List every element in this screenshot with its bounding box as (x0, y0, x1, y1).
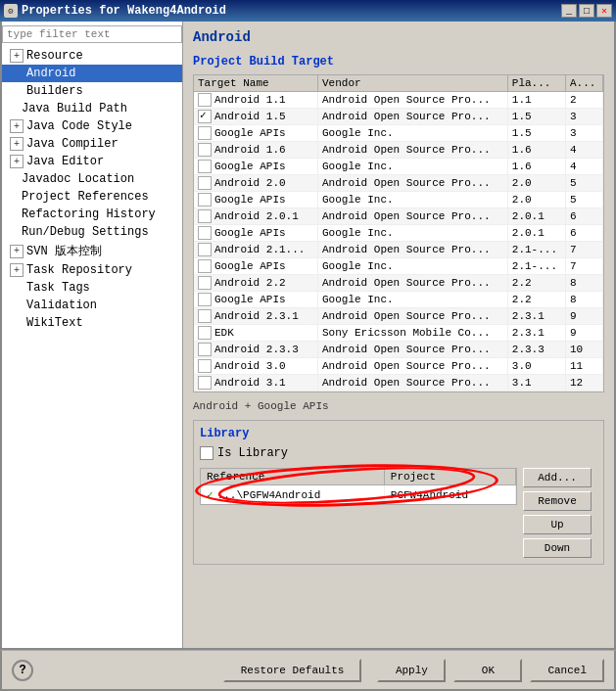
cell-vendor: Google Inc. (318, 225, 508, 242)
cell-vendor: Android Open Source Pro... (318, 275, 508, 292)
maximize-button[interactable]: □ (579, 4, 594, 18)
expand-icon[interactable]: + (10, 245, 24, 258)
table-row[interactable]: Android 1.1 Android Open Source Pro... 1… (194, 92, 603, 109)
sidebar-item-task-tags[interactable]: Task Tags (2, 279, 182, 297)
cell-api: 7 (566, 258, 603, 275)
expand-icon[interactable]: + (10, 137, 24, 151)
table-row[interactable]: ✓ Android 1.5 Android Open Source Pro...… (194, 109, 603, 125)
cell-platform: 3.1 (507, 375, 565, 392)
bottom-bar: ? Restore Defaults Apply OK Cancel (0, 650, 616, 691)
sidebar-item-builders[interactable]: Builders (2, 82, 182, 100)
cell-vendor: Sony Ericsson Mobile Co... (318, 325, 508, 342)
col-platform: Pla... (507, 75, 565, 92)
sidebar-item-svn[interactable]: + SVN 版本控制 (2, 241, 182, 261)
sidebar-item-label: Resource (26, 49, 83, 63)
panel-title: Android (193, 29, 604, 45)
cell-target-name: Google APIs (194, 125, 318, 142)
table-row[interactable]: Android 3.0 Android Open Source Pro... 3… (194, 358, 603, 375)
restore-defaults-button[interactable]: Restore Defaults (223, 659, 362, 682)
expand-icon[interactable]: + (10, 119, 24, 133)
cell-vendor: Android Open Source Pro... (318, 242, 508, 258)
sidebar-item-java-compiler[interactable]: + Java Compiler (2, 135, 182, 153)
cell-target-name: Android 1.1 (194, 92, 318, 109)
table-row[interactable]: EDK Sony Ericsson Mobile Co... 2.3.1 9 (194, 325, 603, 342)
cell-api: 10 (566, 342, 603, 358)
build-target-section-title: Project Build Target (193, 55, 604, 69)
col-reference: Reference (201, 469, 384, 485)
close-button[interactable]: ✕ (596, 4, 612, 18)
table-row[interactable]: Google APIs Google Inc. 2.0 5 (194, 192, 603, 208)
sidebar-item-refactoring-history[interactable]: Refactoring History (2, 206, 182, 223)
cell-project: PGFW4Android (384, 485, 515, 505)
cancel-button[interactable]: Cancel (530, 659, 604, 682)
table-row[interactable]: Android 2.0.1 Android Open Source Pro...… (194, 208, 603, 225)
cell-vendor: Android Open Source Pro... (318, 375, 508, 392)
table-row[interactable]: Google APIs Google Inc. 2.2 8 (194, 292, 603, 308)
sidebar-item-wikitext[interactable]: WikiText (2, 314, 182, 332)
up-button[interactable]: Up (523, 515, 592, 534)
cell-api: 4 (566, 142, 603, 159)
table-row[interactable]: Android 3.1 Android Open Source Pro... 3… (194, 375, 603, 392)
table-row[interactable]: Android 2.3.3 Android Open Source Pro...… (194, 342, 603, 358)
table-row[interactable]: Google APIs Google Inc. 2.0.1 6 (194, 225, 603, 242)
cell-platform: 2.3.3 (507, 342, 565, 358)
sidebar-item-label: Refactoring History (22, 207, 156, 221)
table-row[interactable]: Android 2.0 Android Open Source Pro... 2… (194, 175, 603, 192)
cell-platform: 3.0 (507, 358, 565, 375)
cell-api: 5 (566, 192, 603, 208)
sidebar-item-java-editor[interactable]: + Java Editor (2, 153, 182, 170)
is-library-row: Is Library (200, 446, 597, 460)
cell-vendor: Android Open Source Pro... (318, 109, 508, 125)
sidebar-item-project-references[interactable]: Project References (2, 188, 182, 206)
sidebar-item-task-repository[interactable]: + Task Repository (2, 261, 182, 279)
table-row[interactable]: Android 2.2 Android Open Source Pro... 2… (194, 275, 603, 292)
table-row[interactable]: Android 2.3.1 Android Open Source Pro...… (194, 308, 603, 325)
ref-table-row[interactable]: ✓...\PGFW4Android PGFW4Android (201, 485, 516, 505)
cell-platform: 2.2 (507, 275, 565, 292)
ok-button[interactable]: OK (453, 659, 522, 682)
table-row[interactable]: Android 1.6 Android Open Source Pro... 1… (194, 142, 603, 159)
side-buttons: Add... Remove Up Down (517, 468, 597, 558)
title-bar-buttons: _ □ ✕ (561, 4, 612, 18)
cell-target-name: Google APIs (194, 225, 318, 242)
cell-vendor: Google Inc. (318, 159, 508, 175)
sidebar-item-label: Project References (22, 190, 149, 204)
expand-icon[interactable]: + (10, 263, 24, 277)
sidebar-item-resource[interactable]: + Resource (2, 47, 182, 65)
remove-button[interactable]: Remove (523, 491, 592, 511)
cell-vendor: Google Inc. (318, 292, 508, 308)
add-button[interactable]: Add... (523, 468, 592, 487)
sidebar-item-run-debug[interactable]: Run/Debug Settings (2, 223, 182, 241)
cell-vendor: Google Inc. (318, 258, 508, 275)
help-button[interactable]: ? (12, 660, 33, 681)
expand-icon[interactable]: + (10, 49, 24, 63)
sidebar-item-label: Java Code Style (26, 119, 132, 133)
sidebar-item-label: Javadoc Location (22, 172, 134, 186)
sidebar-item-java-code-style[interactable]: + Java Code Style (2, 117, 182, 135)
cell-platform: 2.1-... (507, 258, 565, 275)
is-library-checkbox[interactable] (200, 446, 213, 460)
filter-input[interactable] (2, 25, 182, 43)
apply-button[interactable]: Apply (377, 659, 446, 682)
sidebar-item-validation[interactable]: Validation (2, 297, 182, 314)
cell-api: 7 (566, 242, 603, 258)
cell-platform: 2.3.1 (507, 308, 565, 325)
library-section: Library Is Library Reference Proj (193, 420, 604, 565)
sidebar-item-label: Validation (26, 299, 97, 312)
cell-target-name: EDK (194, 325, 318, 342)
sidebar-item-java-build-path[interactable]: Java Build Path (2, 100, 182, 117)
sidebar-item-label: Task Tags (26, 281, 90, 295)
table-row[interactable]: Android 2.1... Android Open Source Pro..… (194, 242, 603, 258)
ref-table: Reference Project ✓...\PGFW4Android PGFW… (201, 469, 516, 504)
down-button[interactable]: Down (523, 538, 592, 558)
minimize-button[interactable]: _ (561, 4, 577, 18)
table-row[interactable]: Google APIs Google Inc. 1.6 4 (194, 159, 603, 175)
sidebar-item-android[interactable]: Android (2, 65, 182, 82)
cell-platform: 1.5 (507, 109, 565, 125)
table-row[interactable]: Google APIs Google Inc. 1.5 3 (194, 125, 603, 142)
cell-target-name: Google APIs (194, 192, 318, 208)
sidebar-item-javadoc[interactable]: Javadoc Location (2, 170, 182, 188)
table-row[interactable]: Google APIs Google Inc. 2.1-... 7 (194, 258, 603, 275)
expand-icon[interactable]: + (10, 155, 24, 168)
cell-api: 8 (566, 292, 603, 308)
